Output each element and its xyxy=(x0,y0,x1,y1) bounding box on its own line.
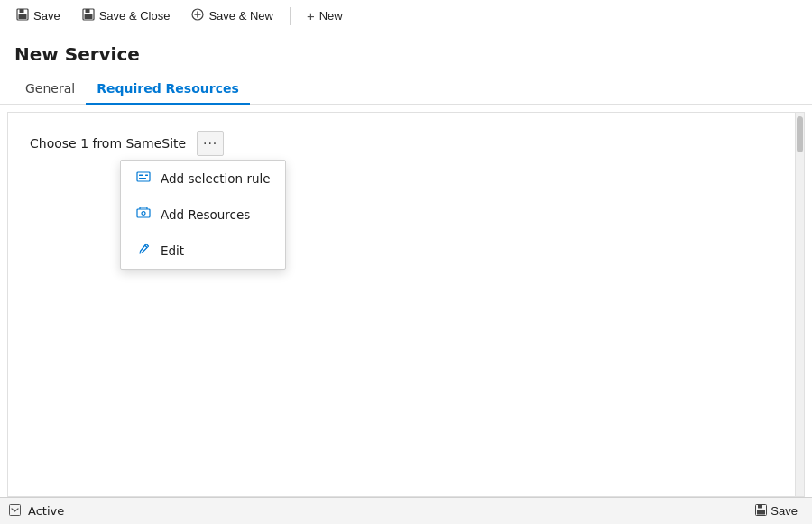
svg-rect-10 xyxy=(145,175,148,177)
save-close-label: Save & Close xyxy=(99,9,171,23)
status-left: Active xyxy=(9,504,64,519)
ellipsis-icon: ··· xyxy=(203,135,217,152)
content-inner: Choose 1 from SameSite ··· Add selec xyxy=(8,113,804,496)
selection-rule-icon xyxy=(135,170,152,188)
svg-rect-9 xyxy=(139,178,146,179)
status-save-button[interactable]: Save xyxy=(750,502,803,520)
status-right: Save xyxy=(750,502,803,520)
save-close-button[interactable]: Save & Close xyxy=(73,5,180,27)
scrollbar-thumb xyxy=(797,116,803,152)
svg-rect-11 xyxy=(137,209,150,217)
save-icon xyxy=(16,8,29,23)
svg-rect-13 xyxy=(10,504,21,515)
save-label: Save xyxy=(33,9,60,23)
ellipsis-button[interactable]: ··· xyxy=(197,131,224,156)
svg-rect-7 xyxy=(137,172,150,181)
add-selection-rule-label: Add selection rule xyxy=(161,171,271,186)
choose-label: Choose 1 from SameSite xyxy=(30,136,186,151)
page-header: New Service xyxy=(0,32,812,74)
svg-rect-4 xyxy=(85,9,89,13)
status-save-icon xyxy=(755,504,767,519)
status-expand-icon xyxy=(9,504,21,519)
svg-rect-16 xyxy=(757,510,765,514)
add-resources-icon xyxy=(135,206,152,224)
scrollbar[interactable] xyxy=(795,113,804,496)
add-resources-label: Add Resources xyxy=(161,207,250,222)
page-title: New Service xyxy=(14,43,798,65)
edit-label: Edit xyxy=(161,244,184,258)
save-new-icon xyxy=(191,8,204,23)
status-save-label: Save xyxy=(770,504,798,518)
toolbar: Save Save & Close Save & New + New xyxy=(0,0,812,32)
edit-item[interactable]: Edit xyxy=(121,233,285,269)
tab-general[interactable]: General xyxy=(14,74,86,105)
content-area: Choose 1 from SameSite ··· Add selec xyxy=(7,112,805,497)
add-selection-rule-item[interactable]: Add selection rule xyxy=(121,161,285,197)
new-plus-icon: + xyxy=(307,8,315,23)
add-resources-item[interactable]: Add Resources xyxy=(121,197,285,233)
toolbar-divider xyxy=(290,7,291,25)
dropdown-menu: Add selection rule Add Resources xyxy=(120,160,286,270)
svg-rect-8 xyxy=(139,175,143,177)
tab-required-resources[interactable]: Required Resources xyxy=(86,74,250,105)
save-button[interactable]: Save xyxy=(7,5,69,27)
svg-point-12 xyxy=(142,212,145,216)
edit-icon xyxy=(135,242,152,260)
choose-row: Choose 1 from SameSite ··· Add selec xyxy=(30,131,782,156)
svg-rect-5 xyxy=(84,14,92,19)
svg-rect-15 xyxy=(758,504,762,508)
tabs: General Required Resources xyxy=(0,74,812,105)
new-button[interactable]: + New xyxy=(298,5,352,27)
save-new-label: Save & New xyxy=(208,9,273,23)
new-label: New xyxy=(319,9,343,23)
svg-rect-2 xyxy=(19,14,27,19)
svg-rect-1 xyxy=(20,9,24,13)
save-close-icon xyxy=(82,8,95,23)
save-new-button[interactable]: Save & New xyxy=(182,5,282,27)
status-bar: Active Save xyxy=(0,497,812,524)
status-text: Active xyxy=(28,504,64,518)
